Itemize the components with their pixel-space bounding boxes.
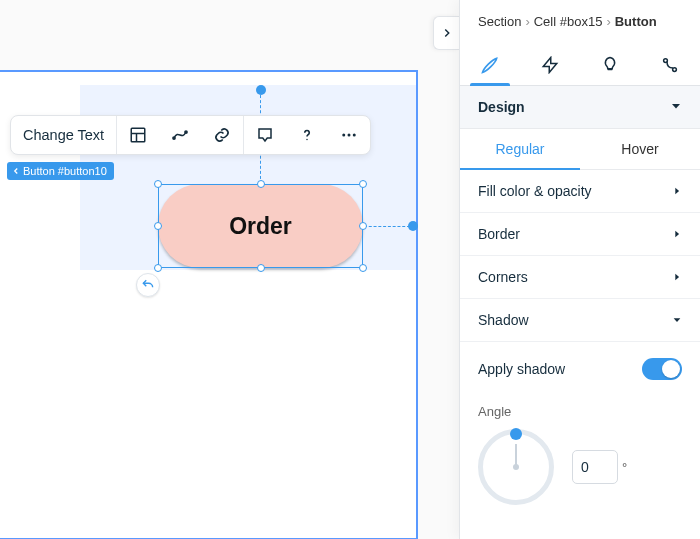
- breadcrumb-cell[interactable]: Cell #box15: [534, 14, 603, 29]
- angle-dial[interactable]: [478, 429, 554, 505]
- undo-button[interactable]: [136, 273, 160, 297]
- state-subtabs: Regular Hover: [460, 129, 700, 170]
- change-text-button[interactable]: Change Text: [11, 116, 116, 154]
- angle-dial-center: [513, 464, 519, 470]
- svg-point-10: [664, 59, 668, 63]
- row-corners-label: Corners: [478, 269, 528, 285]
- row-shadow[interactable]: Shadow: [460, 299, 700, 342]
- more-icon[interactable]: [328, 116, 370, 154]
- inspector-panel: Section › Cell #box15 › Button Design Re…: [459, 0, 700, 539]
- svg-marker-14: [675, 231, 679, 238]
- tab-design[interactable]: [460, 45, 520, 85]
- tab-interactions[interactable]: [520, 45, 580, 85]
- breadcrumb: Section › Cell #box15 › Button: [460, 0, 700, 39]
- order-button[interactable]: Order: [158, 184, 363, 268]
- row-corners[interactable]: Corners: [460, 256, 700, 299]
- resize-handle-tr[interactable]: [359, 180, 367, 188]
- canvas-area[interactable]: Change Text Button #button10 Order: [0, 0, 459, 539]
- help-icon[interactable]: [286, 116, 328, 154]
- resize-handle-b[interactable]: [257, 264, 265, 272]
- link-icon[interactable]: [201, 116, 243, 154]
- chevron-right-icon: ›: [525, 14, 529, 29]
- subtab-regular[interactable]: Regular: [460, 129, 580, 169]
- layout-icon[interactable]: [117, 116, 159, 154]
- caret-right-icon: [672, 226, 682, 242]
- alignment-guide-horizontal: [364, 226, 410, 227]
- angle-input[interactable]: 0: [572, 450, 618, 484]
- svg-marker-13: [675, 188, 679, 195]
- row-fill-label: Fill color & opacity: [478, 183, 592, 199]
- chevron-right-icon: ›: [606, 14, 610, 29]
- subtab-hover[interactable]: Hover: [580, 129, 700, 169]
- resize-handle-br[interactable]: [359, 264, 367, 272]
- floating-toolbar: Change Text: [10, 115, 371, 155]
- angle-dial-knob[interactable]: [510, 428, 522, 440]
- svg-point-8: [353, 134, 356, 137]
- svg-point-4: [185, 131, 187, 133]
- element-badge-label: Button #button10: [23, 165, 107, 177]
- svg-marker-12: [672, 104, 680, 109]
- breadcrumb-section[interactable]: Section: [478, 14, 521, 29]
- apply-shadow-toggle[interactable]: [642, 358, 682, 380]
- animation-icon[interactable]: [159, 116, 201, 154]
- caret-right-icon: [672, 269, 682, 285]
- selection-box[interactable]: Order: [158, 184, 363, 268]
- element-badge[interactable]: Button #button10: [7, 162, 114, 180]
- resize-handle-bl[interactable]: [154, 264, 162, 272]
- svg-point-6: [342, 134, 345, 137]
- resize-handle-l[interactable]: [154, 222, 162, 230]
- svg-point-3: [173, 137, 175, 139]
- angle-unit: °: [622, 460, 627, 475]
- design-section-header[interactable]: Design: [460, 86, 700, 129]
- tab-transform[interactable]: [640, 45, 700, 85]
- svg-rect-0: [131, 128, 145, 142]
- chevron-down-icon: [670, 99, 682, 115]
- chevron-down-icon: [672, 312, 682, 328]
- svg-point-11: [673, 68, 677, 72]
- angle-group: Angle 0 °: [460, 396, 700, 525]
- breadcrumb-current: Button: [615, 14, 657, 29]
- order-button-label: Order: [229, 213, 292, 240]
- apply-shadow-row: Apply shadow: [460, 342, 700, 396]
- svg-marker-9: [543, 58, 557, 73]
- design-section-label: Design: [478, 99, 525, 115]
- svg-point-5: [306, 139, 308, 141]
- apply-shadow-label: Apply shadow: [478, 361, 565, 377]
- svg-point-7: [348, 134, 351, 137]
- row-shadow-label: Shadow: [478, 312, 529, 328]
- tab-ideas[interactable]: [580, 45, 640, 85]
- alignment-anchor-right: [408, 221, 418, 231]
- angle-label: Angle: [478, 404, 682, 419]
- resize-handle-tl[interactable]: [154, 180, 162, 188]
- row-fill[interactable]: Fill color & opacity: [460, 170, 700, 213]
- resize-handle-r[interactable]: [359, 222, 367, 230]
- row-border[interactable]: Border: [460, 213, 700, 256]
- svg-marker-16: [674, 318, 681, 322]
- resize-handle-t[interactable]: [257, 180, 265, 188]
- comment-icon[interactable]: [244, 116, 286, 154]
- svg-marker-15: [675, 274, 679, 281]
- row-border-label: Border: [478, 226, 520, 242]
- alignment-anchor-top: [256, 85, 266, 95]
- inspector-tabstrip: [460, 39, 700, 86]
- panel-collapse-handle[interactable]: [433, 16, 459, 50]
- caret-right-icon: [672, 183, 682, 199]
